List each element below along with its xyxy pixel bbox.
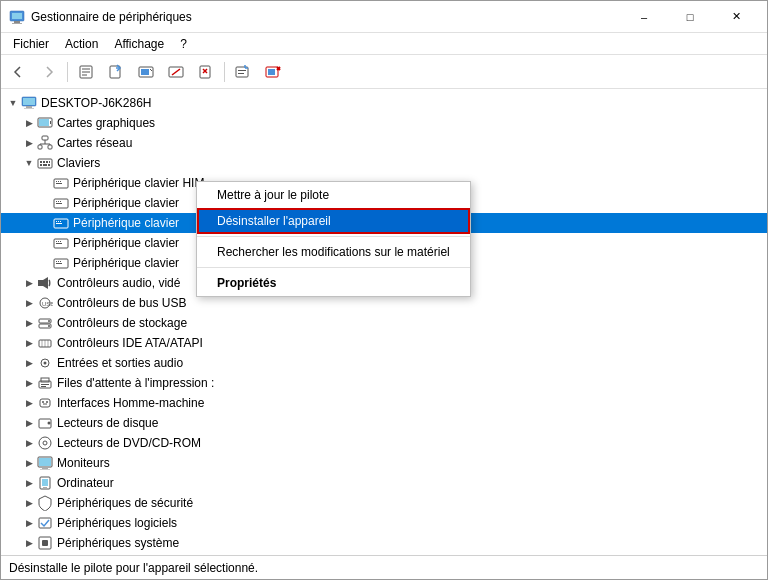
update-driver-button[interactable]	[102, 58, 130, 86]
item-label: Périphérique clavier	[73, 236, 179, 250]
disable-device-button[interactable]	[162, 58, 190, 86]
menu-help[interactable]: ?	[172, 35, 195, 53]
window-title: Gestionnaire de périphériques	[31, 10, 192, 24]
minimize-button[interactable]: –	[621, 1, 667, 33]
svg-rect-2	[14, 21, 20, 23]
svg-rect-44	[40, 164, 42, 166]
keyboard-device-icon	[53, 235, 69, 251]
svg-rect-106	[42, 540, 48, 546]
audio-io-icon	[37, 355, 53, 371]
svg-rect-30	[39, 119, 49, 126]
list-item[interactable]: ▶ Moniteurs	[1, 453, 767, 473]
menu-affichage[interactable]: Affichage	[106, 35, 172, 53]
list-item[interactable]: ▶ Contrôleurs de stockage	[1, 313, 767, 333]
software-device-icon	[37, 515, 53, 531]
list-item[interactable]: ▶ Périphériques de sécurité	[1, 493, 767, 513]
context-menu-item-scan[interactable]: Rechercher les modifications sur le maté…	[197, 239, 470, 265]
expand-icon: ▶	[21, 315, 37, 331]
list-item[interactable]: ▶ Interfaces Homme-machine	[1, 393, 767, 413]
menu-action[interactable]: Action	[57, 35, 106, 53]
svg-point-95	[39, 437, 51, 449]
svg-point-96	[43, 441, 47, 445]
svg-rect-56	[56, 203, 62, 204]
list-item[interactable]: ▶ Lecteurs de disque	[1, 413, 767, 433]
svg-rect-34	[48, 145, 52, 149]
list-item[interactable]: ▶ Ports (COM et LPT)	[1, 553, 767, 555]
svg-rect-46	[48, 164, 50, 166]
tree-root[interactable]: ▼ DESKTOP-J6K286H	[1, 93, 767, 113]
forward-button[interactable]	[35, 58, 63, 86]
enable-button[interactable]	[132, 58, 160, 86]
close-button[interactable]: ✕	[713, 1, 759, 33]
ide-icon	[37, 335, 53, 351]
storage-icon	[37, 315, 53, 331]
item-label: Files d'attente à l'impression :	[57, 376, 214, 390]
svg-text:USB: USB	[42, 301, 53, 307]
back-button[interactable]	[5, 58, 33, 86]
expand-icon: ▶	[21, 535, 37, 551]
svg-rect-104	[39, 518, 51, 528]
list-item[interactable]: ▶ Entrées et sorties audio	[1, 353, 767, 373]
item-label: Périphérique clavier HIM	[73, 176, 204, 190]
context-menu-item-update-driver[interactable]: Mettre à jour le pilote	[197, 182, 470, 208]
uninstall-button[interactable]	[192, 58, 220, 86]
keyboard-device-icon	[53, 175, 69, 191]
svg-rect-11	[141, 69, 149, 75]
list-item[interactable]: ▶ Cartes graphiques	[1, 113, 767, 133]
item-label: Ordinateur	[57, 476, 114, 490]
toolbar-separator-2	[224, 62, 225, 82]
main-window: Gestionnaire de périphériques – □ ✕ Fich…	[0, 0, 768, 580]
expand-icon: ▶	[21, 415, 37, 431]
maximize-button[interactable]: □	[667, 1, 713, 33]
svg-point-94	[48, 422, 51, 425]
item-label: Cartes graphiques	[57, 116, 155, 130]
menu-bar: Fichier Action Affichage ?	[1, 33, 767, 55]
monitor-icon	[37, 455, 53, 471]
list-item[interactable]: ▶ Cartes réseau	[1, 133, 767, 153]
list-item[interactable]: ▶ Périphériques système	[1, 533, 767, 553]
svg-rect-89	[40, 399, 50, 407]
network-icon	[37, 135, 53, 151]
svg-rect-40	[40, 161, 42, 163]
expand-icon: ▶	[21, 455, 37, 471]
item-label: Lecteurs de disque	[57, 416, 158, 430]
svg-rect-88	[41, 386, 46, 387]
remove-icon	[265, 64, 281, 80]
scan-changes-button[interactable]	[229, 58, 257, 86]
scan-changes-icon	[235, 64, 251, 80]
svg-rect-55	[60, 201, 61, 202]
remove-button[interactable]	[259, 58, 287, 86]
list-item[interactable]: ▶ Files d'attente à l'impression :	[1, 373, 767, 393]
list-item[interactable]: ▶ Périphériques logiciels	[1, 513, 767, 533]
expand-icon: ▶	[21, 435, 37, 451]
svg-rect-26	[23, 98, 35, 105]
context-menu-item-properties[interactable]: Propriétés	[197, 270, 470, 296]
list-item[interactable]: ▶ Lecteurs de DVD/CD-ROM	[1, 433, 767, 453]
main-content: ▼ DESKTOP-J6K286H ▶ Cartes graphi	[1, 89, 767, 555]
list-item[interactable]: ▶ Ordinateur	[1, 473, 767, 493]
properties-button[interactable]	[72, 58, 100, 86]
uninstall-icon	[198, 64, 214, 80]
list-item[interactable]: ▼ Claviers	[1, 153, 767, 173]
expand-icon: ▼	[21, 155, 37, 171]
back-icon	[12, 65, 26, 79]
svg-rect-27	[26, 106, 32, 108]
context-menu-item-uninstall[interactable]: Désinstaller l'appareil	[197, 208, 470, 234]
svg-rect-66	[56, 243, 62, 244]
keyboard-device-icon	[53, 215, 69, 231]
device-tree[interactable]: ▼ DESKTOP-J6K286H ▶ Cartes graphi	[1, 89, 767, 555]
expand-icon: ▶	[21, 395, 37, 411]
menu-fichier[interactable]: Fichier	[5, 35, 57, 53]
display-adapter-icon	[37, 115, 53, 131]
list-item[interactable]: ▶ Contrôleurs IDE ATA/ATAPI	[1, 333, 767, 353]
svg-rect-50	[60, 181, 61, 182]
svg-point-77	[48, 320, 50, 322]
svg-rect-1	[12, 13, 22, 19]
svg-rect-20	[238, 73, 244, 74]
item-label: Claviers	[57, 156, 100, 170]
item-label: Périphériques de sécurité	[57, 496, 193, 510]
app-icon	[9, 9, 25, 25]
item-label: Périphérique clavier	[73, 256, 179, 270]
item-label: Périphériques logiciels	[57, 516, 177, 530]
svg-rect-54	[58, 201, 59, 202]
